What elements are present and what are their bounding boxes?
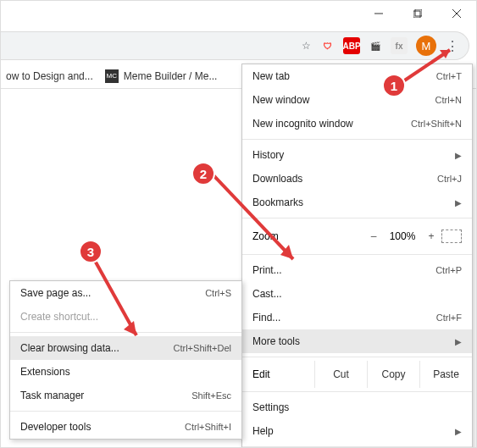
extension-icon-video[interactable]: 🎬	[367, 37, 384, 54]
menu-separator	[242, 357, 472, 357]
menu-separator	[242, 254, 472, 255]
menu-item-new-tab[interactable]: New tabCtrl+T	[242, 64, 472, 88]
bookmark-label: Meme Builder / Me...	[124, 70, 218, 82]
annotation-badge-2: 2	[191, 162, 215, 185]
toolbar: ☆ 🛡 ABP 🎬 fx M ⋮	[1, 31, 469, 60]
extension-icon-shield[interactable]: 🛡	[319, 37, 336, 54]
bookmark-star-icon[interactable]: ☆	[302, 40, 311, 52]
zoom-out-button[interactable]: –	[363, 230, 384, 242]
maximize-button[interactable]	[398, 1, 437, 26]
more-tools-submenu: Save page as...Ctrl+S Create shortcut...…	[9, 280, 242, 440]
menu-item-history[interactable]: History▶	[242, 143, 472, 167]
annotation-badge-1: 1	[382, 74, 406, 97]
menu-item-downloads[interactable]: DownloadsCtrl+J	[242, 167, 472, 191]
edit-label: Edit	[242, 361, 314, 388]
copy-button[interactable]: Copy	[367, 361, 419, 388]
fullscreen-icon[interactable]	[441, 230, 462, 243]
zoom-in-button[interactable]: +	[421, 230, 441, 242]
menu-item-new-incognito[interactable]: New incognito windowCtrl+Shift+N	[242, 112, 472, 136]
menu-separator	[10, 411, 241, 412]
menu-item-zoom: Zoom – 100% +	[242, 222, 472, 251]
menu-item-more-tools[interactable]: More tools▶	[242, 329, 472, 353]
submenu-item-task-manager[interactable]: Task managerShift+Esc	[10, 384, 241, 407]
cut-button[interactable]: Cut	[314, 361, 367, 388]
menu-item-edit-row: Edit Cut Copy Paste	[242, 361, 472, 388]
svg-rect-1	[413, 11, 420, 18]
menu-dots-icon[interactable]: ⋮	[441, 36, 462, 56]
chevron-right-icon: ▶	[455, 151, 462, 160]
menu-item-bookmarks[interactable]: Bookmarks▶	[242, 191, 472, 214]
menu-separator	[10, 332, 241, 333]
bookmark-label: ow to Design and...	[6, 70, 93, 82]
annotation-badge-3: 3	[79, 240, 103, 263]
zoom-value: 100%	[384, 230, 421, 242]
chevron-right-icon: ▶	[455, 337, 462, 346]
window-controls	[359, 1, 476, 26]
paste-button[interactable]: Paste	[419, 361, 472, 388]
menu-separator	[242, 139, 472, 140]
bookmark-item[interactable]: MC Meme Builder / Me...	[105, 69, 218, 83]
minimize-button[interactable]	[359, 1, 398, 26]
chevron-right-icon: ▶	[455, 427, 462, 436]
menu-item-print[interactable]: Print...Ctrl+P	[242, 258, 472, 282]
bookmark-item[interactable]: ow to Design and...	[6, 70, 93, 82]
profile-avatar[interactable]: M	[416, 36, 436, 56]
bookmark-favicon: MC	[105, 69, 119, 83]
menu-separator	[242, 446, 472, 447]
extension-icon-abp[interactable]: ABP	[343, 37, 360, 54]
menu-item-help[interactable]: Help▶	[242, 419, 472, 443]
chevron-right-icon: ▶	[455, 198, 462, 207]
menu-separator	[242, 391, 472, 392]
submenu-item-dev-tools[interactable]: Developer toolsCtrl+Shift+I	[10, 415, 241, 439]
submenu-item-extensions[interactable]: Extensions	[10, 360, 241, 384]
svg-rect-2	[415, 9, 422, 16]
extension-icon-fx[interactable]: fx	[391, 37, 408, 54]
menu-item-cast[interactable]: Cast...	[242, 282, 472, 306]
menu-item-settings[interactable]: Settings	[242, 395, 472, 419]
submenu-item-save-page[interactable]: Save page as...Ctrl+S	[10, 281, 241, 305]
menu-item-find[interactable]: Find...Ctrl+F	[242, 306, 472, 329]
menu-separator	[242, 218, 472, 218]
menu-item-new-window[interactable]: New windowCtrl+N	[242, 88, 472, 112]
submenu-item-create-shortcut: Create shortcut...	[10, 305, 241, 329]
chrome-main-menu: New tabCtrl+T New windowCtrl+N New incog…	[241, 64, 473, 448]
submenu-item-clear-data[interactable]: Clear browsing data...Ctrl+Shift+Del	[10, 336, 241, 360]
close-button[interactable]	[437, 1, 476, 26]
